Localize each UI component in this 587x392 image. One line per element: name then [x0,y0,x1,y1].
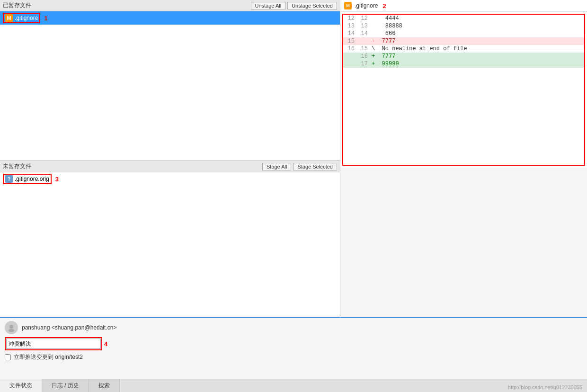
svg-point-1 [9,329,14,332]
unstaged-file-icon: ? [5,175,13,183]
line-new-num: 12 [356,15,370,22]
line-content: - 7777 [370,37,584,45]
line-new-num: 15 [356,45,370,53]
diff-annotation-2: 2 [382,2,386,9]
line-old-num: 14 [343,30,356,37]
line-content: 88888 [370,22,584,30]
line-content: 4444 [370,15,584,22]
avatar [5,321,18,334]
staged-file-item[interactable]: M .gitignore 1 [0,11,340,25]
line-old-num: 15 [343,37,356,45]
diff-table: 1212 44441313 888881414 66615- 77771615\… [343,15,584,68]
unstaged-title: 未暂存文件 [3,162,31,170]
staged-buttons: Unstage All Unstage Selected [251,2,338,9]
line-new-num [356,37,370,45]
staged-header: 已暂存文件 Unstage All Unstage Selected [0,0,340,11]
stage-selected-button[interactable]: Stage Selected [293,163,337,170]
diff-filename: .gitignore [355,2,378,9]
line-content: + 7777 [370,53,584,60]
unstage-selected-button[interactable]: Unstage Selected [287,2,337,9]
line-content: 666 [370,30,584,37]
unstaged-file-name: .gitignore.orig [15,176,49,182]
line-new-num: 13 [356,22,370,30]
push-checkbox-label: 立即推送变更到 origin/test2 [14,353,83,361]
unstaged-annotation-3: 3 [55,176,59,183]
unstaged-header: 未暂存文件 Stage All Stage Selected [0,161,340,172]
diff-rest-area [340,168,587,318]
diff-file-icon: M [344,2,352,9]
tab-search[interactable]: 搜索 [89,379,120,392]
line-old-num [343,60,356,68]
watermark: http://blog.csdn.net/u012230055 [508,384,582,390]
unstaged-file-list: ? .gitignore.orig 3 [0,172,340,317]
bottom-tabs: 文件状态 日志 / 历史 搜索 http://blog.csdn.net/u01… [0,379,587,392]
staged-file-name: .gitignore [15,15,38,21]
tab-log-history[interactable]: 日志 / 历史 [42,379,89,392]
stage-all-button[interactable]: Stage All [262,163,291,170]
staged-annotation-1: 1 [44,15,47,22]
diff-header: M .gitignore 2 [340,0,587,12]
diff-content-area: 1212 44441313 888881414 66615- 77771615\… [342,14,585,166]
tab-file-status[interactable]: 文件状态 [0,379,42,392]
commit-msg-row: 4 [5,337,582,350]
line-new-num: 16 [356,53,370,60]
commit-panel: panshuang <shuang.pan@hedait.cn> 4 立即推送变… [0,317,587,379]
line-old-num: 13 [343,22,356,30]
push-checkbox-row: 立即推送变更到 origin/test2 [5,353,582,361]
staged-title: 已暂存文件 [3,1,31,9]
line-content: \ No newline at end of file [370,45,584,53]
unstaged-buttons: Stage All Stage Selected [262,163,337,170]
commit-message-input[interactable] [6,339,101,349]
commit-author: panshuang <shuang.pan@hedait.cn> [22,324,116,331]
line-content: + 99999 [370,60,584,68]
unstage-all-button[interactable]: Unstage All [251,2,286,9]
push-checkbox[interactable] [5,354,11,360]
staged-file-list: M .gitignore 1 [0,11,340,160]
line-new-num: 14 [356,30,370,37]
line-old-num: 16 [343,45,356,53]
commit-annotation-4: 4 [104,340,107,347]
unstaged-file-item[interactable]: ? .gitignore.orig 3 [0,172,340,186]
line-new-num: 17 [356,60,370,68]
staged-file-icon: M [5,14,13,22]
line-old-num: 12 [343,15,356,22]
line-old-num [343,53,356,60]
commit-author-row: panshuang <shuang.pan@hedait.cn> [5,321,582,334]
svg-point-0 [9,325,13,329]
